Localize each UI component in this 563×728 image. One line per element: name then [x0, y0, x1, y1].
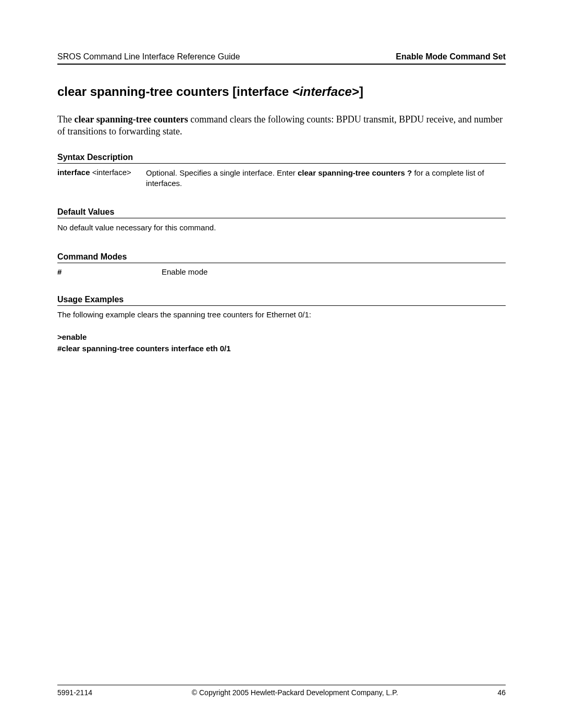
header-guide-title: SROS Command Line Interface Reference Gu… — [57, 52, 240, 61]
intro-bold: clear spanning-tree counters — [74, 114, 188, 125]
command-title-main: clear spanning-tree counters [interface — [57, 84, 292, 98]
command-modes-row: # Enable mode — [57, 267, 506, 276]
syntax-row: interface <interface> Optional. Specifie… — [57, 168, 506, 189]
syntax-desc-bold: clear spanning-tree counters ? — [298, 168, 412, 177]
syntax-keyword: interface — [57, 168, 90, 177]
syntax-param-description: Optional. Specifies a single interface. … — [146, 168, 506, 189]
usage-examples-heading: Usage Examples — [57, 295, 506, 306]
default-values-heading: Default Values — [57, 207, 506, 218]
command-modes-symbol: # — [57, 267, 162, 276]
command-description: The clear spanning-tree counters command… — [57, 114, 506, 138]
syntax-description-heading: Syntax Description — [57, 153, 506, 164]
footer-doc-number: 5991-2114 — [57, 688, 92, 697]
footer-page-number: 46 — [497, 688, 506, 697]
command-title-close: ] — [359, 84, 363, 98]
syntax-param-name: interface <interface> — [57, 168, 146, 189]
default-values-text: No default value necessary for this comm… — [57, 223, 506, 233]
intro-pre: The — [57, 114, 74, 125]
command-title-param: <interface> — [292, 84, 359, 98]
footer-copyright: © Copyright 2005 Hewlett-Packard Develop… — [192, 688, 398, 697]
header-section-title: Enable Mode Command Set — [396, 52, 506, 61]
usage-code-line-2: #clear spanning-tree counters interface … — [57, 343, 506, 355]
command-modes-name: Enable mode — [162, 267, 207, 276]
command-modes-heading: Command Modes — [57, 252, 506, 263]
page-body: SROS Command Line Interface Reference Gu… — [0, 0, 563, 355]
syntax-desc-pre: Optional. Specifies a single interface. … — [146, 168, 298, 177]
usage-example-intro: The following example clears the spannin… — [57, 310, 506, 319]
command-title: clear spanning-tree counters [interface … — [57, 84, 506, 99]
usage-example-code: >enable #clear spanning-tree counters in… — [57, 331, 506, 355]
page-footer: 5991-2114 © Copyright 2005 Hewlett-Packa… — [57, 685, 506, 697]
page-header: SROS Command Line Interface Reference Gu… — [57, 52, 506, 65]
usage-code-line-1: >enable — [57, 331, 506, 343]
syntax-param-placeholder: <interface> — [90, 168, 131, 177]
